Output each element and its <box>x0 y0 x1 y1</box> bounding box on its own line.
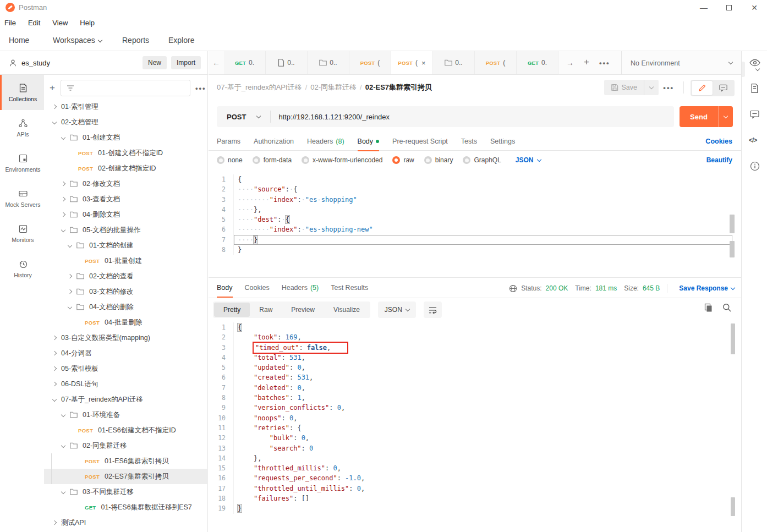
response-scrollbar[interactable] <box>731 323 735 354</box>
tree-folder-item[interactable]: 04-文档的删除 <box>44 299 208 315</box>
request-editor-scrollbar-2[interactable] <box>730 241 735 257</box>
open-tab-active[interactable]: POST(× <box>391 51 433 74</box>
response-scrollbar-2[interactable] <box>731 497 735 516</box>
cookies-link[interactable]: Cookies <box>705 138 732 145</box>
tree-collection-item[interactable]: 04-分词器 <box>44 345 208 361</box>
request-editor-scrollbar[interactable] <box>730 215 735 233</box>
rail-item-history[interactable]: History <box>0 251 44 286</box>
new-tab-button[interactable]: + <box>584 57 589 68</box>
tree-folder-item[interactable]: 01-环境准备 <box>44 407 208 423</box>
close-tab-icon[interactable]: × <box>421 59 426 67</box>
open-tab[interactable]: POST( <box>475 51 517 74</box>
wrap-lines-button[interactable] <box>424 301 442 318</box>
chevron-right-icon[interactable] <box>68 289 72 294</box>
chevron-down-icon[interactable] <box>68 243 72 248</box>
breadcrumb-folder[interactable]: 02-同集群迁移 <box>310 83 357 91</box>
body-type-form-data[interactable]: form-data <box>253 156 292 164</box>
send-button[interactable]: Send <box>680 106 719 127</box>
rail-item-monitors[interactable]: Monitors <box>0 216 44 251</box>
body-type-GraphQL[interactable]: GraphQL <box>463 156 501 164</box>
request-tab-body[interactable]: Body <box>358 132 380 151</box>
tree-request-item[interactable]: POST01-ES6创建文档不指定ID <box>44 423 208 438</box>
tree-folder-item[interactable]: 04-删除文档 <box>44 207 208 222</box>
tree-collection-item[interactable]: 测试API <box>44 515 208 530</box>
tree-folder-item[interactable]: 02-文档的查看 <box>44 268 208 284</box>
environment-quick-look-button[interactable] <box>749 58 760 67</box>
tree-request-item[interactable]: GET01-将ES6集群数据迁移到ES7 <box>44 500 208 515</box>
nav-workspaces[interactable]: Workspaces <box>53 36 102 45</box>
nav-home[interactable]: Home <box>9 36 29 45</box>
request-tab-params[interactable]: Params <box>217 132 240 151</box>
tree-collection-item[interactable]: 03-自定义数据类型(mapping) <box>44 330 208 345</box>
tree-request-item[interactable]: POST02-ES7集群索引拷贝 <box>44 469 208 484</box>
body-type-binary[interactable]: binary <box>424 156 453 164</box>
chevron-down-icon[interactable] <box>68 305 72 309</box>
tab-scroll-left-button[interactable]: ← <box>209 51 224 74</box>
request-tab-pre-request-script[interactable]: Pre-request Script <box>392 132 448 151</box>
chevron-right-icon[interactable] <box>52 105 57 109</box>
nav-reports[interactable]: Reports <box>122 36 149 45</box>
tree-folder-item[interactable]: 03-不同集群迁移 <box>44 484 208 500</box>
response-tab-test-results[interactable]: Test Results <box>331 278 368 297</box>
tree-collection-item[interactable]: 02-文档管理 <box>44 114 208 130</box>
sidebar-options-button[interactable]: ••• <box>195 84 206 92</box>
tree-collection-item[interactable]: 06-DSL语句 <box>44 376 208 392</box>
chevron-down-icon[interactable] <box>52 397 57 402</box>
tree-request-item[interactable]: POST01-批量创建 <box>44 253 208 268</box>
chevron-right-icon[interactable] <box>61 197 65 201</box>
chevron-right-icon[interactable] <box>52 351 57 355</box>
tree-folder-item[interactable]: 02-修改文档 <box>44 176 208 191</box>
maximize-button[interactable] <box>716 3 742 12</box>
method-chevron-icon[interactable] <box>256 113 261 118</box>
request-tab-settings[interactable]: Settings <box>490 132 515 151</box>
tree-folder-item[interactable]: 03-文档的修改 <box>44 284 208 299</box>
documentation-button[interactable] <box>750 83 759 94</box>
nav-explore[interactable]: Explore <box>168 36 194 45</box>
comments-button[interactable] <box>750 110 759 119</box>
tree-collection-item[interactable]: 05-索引模板 <box>44 361 208 376</box>
chevron-right-icon[interactable] <box>52 520 57 525</box>
open-tab[interactable]: GET0. <box>517 51 558 74</box>
breadcrumb-collection[interactable]: 07-基于_reindex的API迁移 <box>217 83 302 91</box>
response-tab-cookies[interactable]: Cookies <box>245 278 270 297</box>
chevron-down-icon[interactable] <box>61 443 65 448</box>
tree-request-item[interactable]: POST01-创建文档不指定ID <box>44 145 208 161</box>
copy-response-button[interactable] <box>704 303 713 312</box>
breadcrumb-request[interactable]: 02-ES7集群索引拷贝 <box>365 83 432 91</box>
save-dropdown-button[interactable] <box>644 80 659 95</box>
comment-mode-button[interactable] <box>713 81 733 95</box>
chevron-down-icon[interactable] <box>61 228 65 232</box>
response-view-raw[interactable]: Raw <box>250 303 282 317</box>
tree-collection-item[interactable]: 07-基于_reindex的API迁移 <box>44 392 208 407</box>
chevron-right-icon[interactable] <box>61 182 65 186</box>
body-type-none[interactable]: none <box>217 156 243 164</box>
menu-edit[interactable]: Edit <box>28 19 40 27</box>
save-button[interactable]: Save <box>604 80 645 95</box>
add-collection-button[interactable]: + <box>44 83 61 94</box>
workspace-name[interactable]: es_study <box>21 59 50 67</box>
tree-folder-item[interactable]: 01-创建文档 <box>44 130 208 145</box>
send-dropdown-button[interactable] <box>719 106 733 127</box>
import-button[interactable]: Import <box>171 56 201 69</box>
rail-item-apis[interactable]: APIs <box>0 110 44 145</box>
menu-view[interactable]: View <box>52 19 68 27</box>
menu-file[interactable]: File <box>4 19 16 27</box>
chevron-right-icon[interactable] <box>52 336 57 340</box>
tree-folder-item[interactable]: 03-查看文档 <box>44 191 208 207</box>
minimize-button[interactable]: — <box>691 3 716 12</box>
chevron-down-icon[interactable] <box>61 413 65 417</box>
chevron-right-icon[interactable] <box>61 212 65 217</box>
save-response-button[interactable]: Save Response <box>679 284 735 292</box>
chevron-right-icon[interactable] <box>68 274 72 278</box>
tree-folder-item[interactable]: 01-文档的创建 <box>44 238 208 253</box>
response-tab-body[interactable]: Body <box>217 278 233 297</box>
open-tab[interactable]: 0.. <box>266 51 308 74</box>
edit-mode-button[interactable] <box>692 81 713 95</box>
code-snippet-button[interactable]: </> <box>749 136 757 144</box>
open-tab[interactable]: POST( <box>349 51 391 74</box>
tree-request-item[interactable]: POST04-批量删除 <box>44 315 208 330</box>
chevron-down-icon[interactable] <box>52 120 57 124</box>
response-view-preview[interactable]: Preview <box>282 303 324 317</box>
chevron-down-icon[interactable] <box>61 490 65 494</box>
tree-request-item[interactable]: POST02-创建文档指定ID <box>44 161 208 176</box>
